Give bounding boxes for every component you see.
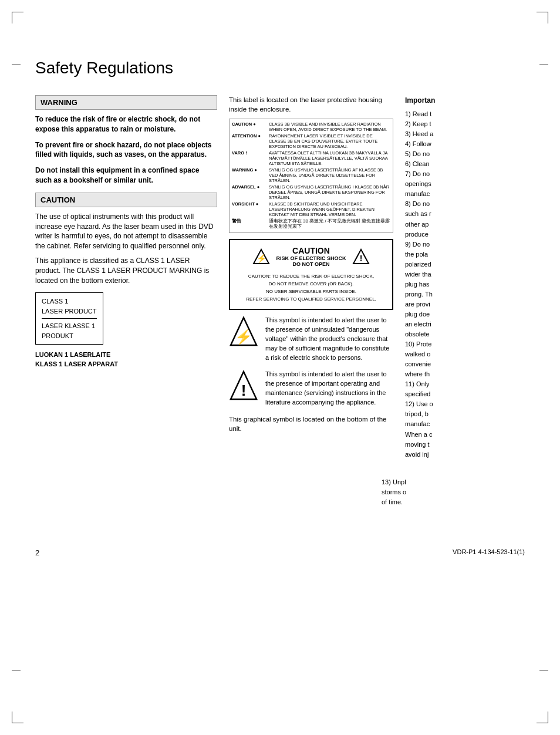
right-col-bottom: 13) Unpl storms o of time. — [382, 477, 525, 507]
side-mark-right-top — [539, 65, 548, 65]
class-divider — [42, 318, 97, 319]
symbol-row-2: ! This symbol is intended to alert the u… — [229, 370, 393, 407]
corner-mark-tl — [12, 12, 23, 23]
graphical-symbol-text: This graphical symbol is located on the … — [229, 414, 393, 433]
footer-code: VDR-P1 4-134-523-11(1) — [453, 548, 525, 557]
caution-text-line-2: NO USER-SERVICEABLE PARTS INSIDE. — [236, 288, 386, 296]
lightning-triangle-icon: ⚡ — [229, 316, 258, 348]
symbol1-text: This symbol is intended to alert the use… — [265, 316, 393, 363]
warning-title: WARNING — [41, 98, 212, 107]
label-row-5: VORSICHT ● KLASSE 3B SICHTBARE UND UNSIC… — [232, 201, 390, 217]
page: Safety Regulations WARNING To reduce the… — [0, 0, 560, 735]
label-image-box: CAUTION ● CLASS 3B VISIBLE AND INVISIBLE… — [229, 119, 393, 233]
exclamation-triangle-icon: ! — [229, 370, 258, 402]
class-line3: LASER KLASSE 1 — [42, 321, 97, 331]
corner-mark-bl — [12, 712, 23, 723]
left-column: WARNING To reduce the risk of fire or el… — [35, 95, 217, 369]
class-line2: LASER PRODUCT — [42, 306, 97, 316]
label-row-2: VARO ! AVATTAESSA OLET ALTTIINA LUOKAN 3… — [232, 150, 390, 166]
corner-mark-br — [537, 712, 548, 723]
page-title: Safety Regulations — [35, 59, 525, 77]
label-row-6: 警告 通电状态下存在 3B 类激光 / 不可见激光辐射 避免直接暴露在发射器光束… — [232, 218, 390, 229]
caution-box: CAUTION — [35, 193, 217, 207]
caution-title: CAUTION — [41, 195, 212, 204]
exclamation-triangle-right-icon: ! — [352, 248, 370, 265]
svg-text:⚡: ⚡ — [257, 254, 267, 264]
side-mark-left-bottom — [12, 670, 21, 670]
right-column: Importan 1) Read t 2) Keep t 3) Heed a 4… — [405, 95, 525, 460]
caution-label: CAUTION ● CLASS 3B VISIBLE AND INVISIBLE… — [232, 122, 390, 230]
warning-para-3: Do not install this equipment in a confi… — [35, 166, 217, 186]
class-box: CLASS 1 LASER PRODUCT LASER KLASSE 1 PRO… — [35, 292, 103, 345]
label-row-4: ADVARSEL ● SYNLIG OG USYNLIG LASERSTRÅLI… — [232, 184, 390, 200]
middle-column: This label is located on the laser prote… — [229, 95, 393, 433]
svg-text:!: ! — [241, 382, 247, 399]
warning-para-2: To prevent fire or shock hazard, do not … — [35, 140, 217, 160]
caution-electric-header: ⚡ CAUTION RISK OF ELECTRIC SHOCK DO NOT … — [236, 246, 386, 267]
side-mark-right-bottom — [539, 670, 548, 670]
caution-electric-text: CAUTION: TO REDUCE THE RISK OF ELECTRIC … — [236, 273, 386, 303]
label-row-3: WARNING ● SYNLIG OG USYNLIG LASERSTRÅLIN… — [232, 167, 390, 183]
lightning-triangle-left-icon: ⚡ — [252, 248, 270, 265]
symbol-row-1: ⚡ This symbol is intended to alert the u… — [229, 316, 393, 363]
label-row-1: ATTENTION ● RAYONNEMENT LASER VISIBLE ET… — [232, 133, 390, 149]
middle-intro: This label is located on the laser prote… — [229, 95, 393, 114]
important-text-2: 13) Unpl storms o of time. — [382, 477, 525, 507]
important-title: Importan — [405, 95, 525, 106]
svg-text:!: ! — [359, 254, 362, 263]
corner-mark-tr — [537, 12, 548, 23]
caution-electric-title: CAUTION — [276, 246, 346, 255]
caution-para-1: The use of optical instruments with this… — [35, 212, 217, 251]
caution-para-2: This appliance is classified as a CLASS … — [35, 256, 217, 285]
class-line1: CLASS 1 — [42, 296, 97, 306]
class-line4: PRODUKT — [42, 331, 97, 341]
warning-box: WARNING — [35, 95, 217, 110]
caution-content: The use of optical instruments with this… — [35, 212, 217, 286]
luokan-text: LUOKAN 1 LASERLAITE KLASS 1 LASER APPARA… — [35, 350, 217, 369]
caution-electric-sub2: DO NOT OPEN — [276, 261, 346, 267]
caution-text-line-1: DO NOT REMOVE COVER (OR BACK). — [236, 281, 386, 288]
caution-text-line-3: REFER SERVICING TO QUALIFIED SERVICE PER… — [236, 296, 386, 304]
symbol-exclamation-icon: ! — [229, 370, 258, 404]
symbol2-text: This symbol is intended to alert the use… — [265, 370, 393, 407]
label-row-0: CAUTION ● CLASS 3B VISIBLE AND INVISIBLE… — [232, 122, 390, 132]
svg-text:⚡: ⚡ — [235, 328, 252, 345]
side-mark-left-top — [12, 65, 21, 65]
page-number: 2 — [35, 548, 39, 557]
caution-text-line-0: CAUTION: TO REDUCE THE RISK OF ELECTRIC … — [236, 273, 386, 281]
important-text: 1) Read t 2) Keep t 3) Heed a 4) Follow … — [405, 109, 525, 460]
warning-content: To reduce the risk of fire or electric s… — [35, 114, 217, 186]
warning-para-1: To reduce the risk of fire or electric s… — [35, 114, 217, 134]
caution-electric-sub1: RISK OF ELECTRIC SHOCK — [276, 255, 346, 261]
symbol-lightning-icon: ⚡ — [229, 316, 258, 350]
caution-electric-box: ⚡ CAUTION RISK OF ELECTRIC SHOCK DO NOT … — [229, 239, 393, 310]
footer: 2 VDR-P1 4-134-523-11(1) — [0, 542, 560, 563]
